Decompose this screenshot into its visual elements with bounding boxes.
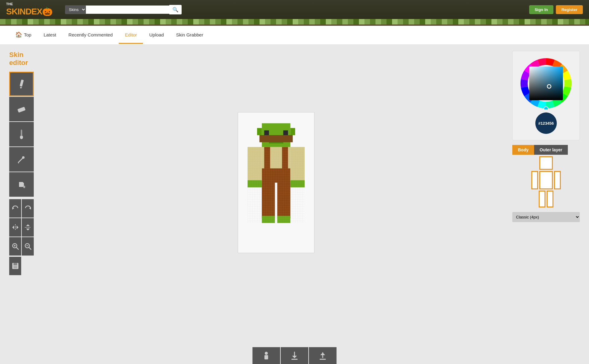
hex-value-label: #123456 [538, 121, 554, 126]
color-swatch[interactable]: #123456 [535, 112, 557, 134]
nav-item-latest[interactable]: Latest [37, 27, 62, 44]
signin-button[interactable]: Sign In [529, 5, 553, 14]
color-wheel-area[interactable] [520, 57, 572, 109]
nav-upload-label: Upload [149, 32, 164, 37]
zoom-in-icon [11, 242, 20, 251]
search-button[interactable]: 🔍 [169, 5, 182, 14]
save-icon [11, 262, 20, 270]
svg-rect-33 [291, 128, 295, 135]
svg-rect-26 [13, 263, 17, 265]
logo-skindex: SKINDEX [6, 7, 42, 16]
eraser-icon [16, 104, 27, 115]
svg-marker-1 [20, 87, 22, 89]
auth-area: Sign In Register [529, 5, 583, 14]
svg-rect-0 [20, 79, 24, 86]
undo-redo-row [9, 199, 40, 218]
eyedropper-icon [16, 154, 27, 165]
search-category-dropdown[interactable]: Skins [65, 5, 86, 14]
nav-item-upload[interactable]: Upload [143, 27, 170, 44]
zoom-out-icon [24, 242, 32, 251]
torso-part[interactable] [539, 171, 553, 189]
zoom-in-button[interactable] [9, 237, 21, 256]
save-row [9, 257, 40, 275]
skin-preview[interactable] [238, 112, 314, 253]
search-area: Skins 🔍 [65, 5, 182, 14]
skin-canvas-area [46, 51, 506, 314]
svg-rect-47 [248, 147, 305, 223]
fill-icon [16, 179, 27, 190]
nav-top-label: Top [24, 32, 31, 37]
nav-item-editor[interactable]: Editor [119, 27, 143, 44]
page-title: Skin editor [9, 51, 40, 67]
nav-recently-commented-label: Recently Commented [68, 32, 113, 37]
pencil-tool-button[interactable] [9, 72, 34, 96]
svg-marker-14 [17, 226, 18, 229]
svg-rect-27 [13, 266, 17, 268]
main-nav: 🏠 Top Latest Recently Commented Editor U… [0, 26, 589, 45]
brush-tool-button[interactable] [9, 122, 34, 146]
eyedropper-tool-button[interactable] [9, 147, 34, 172]
svg-rect-29 [264, 131, 269, 135]
mirror-vertical-button[interactable] [22, 218, 34, 237]
right-arm-part[interactable] [554, 171, 561, 189]
tool-sidebar: Skin editor [9, 51, 40, 314]
nav-skin-grabber-label: Skin Grabber [176, 32, 203, 37]
undo-button[interactable] [9, 199, 21, 218]
redo-button[interactable] [22, 199, 34, 218]
nav-item-skin-grabber[interactable]: Skin Grabber [170, 27, 209, 44]
svg-line-23 [29, 247, 31, 249]
body-tab[interactable]: Body [512, 145, 534, 155]
nav-item-recently-commented[interactable]: Recently Commented [62, 27, 119, 44]
skin-type-dropdown[interactable]: Classic (4px) [512, 212, 580, 222]
svg-line-19 [16, 247, 18, 249]
fill-tool-button[interactable] [9, 172, 34, 197]
layer-controls: Body Outer layer [512, 145, 580, 222]
color-wheel-svg [520, 57, 572, 109]
zoom-out-button[interactable] [22, 237, 34, 256]
nav-item-top[interactable]: 🏠 Top [9, 26, 37, 44]
body-diagram [512, 156, 580, 207]
search-icon: 🔍 [172, 7, 179, 12]
left-arm-part[interactable] [531, 171, 538, 189]
svg-rect-32 [257, 128, 262, 135]
color-picker-box: #123456 [512, 51, 580, 140]
page-title-area: Skin editor [9, 51, 40, 70]
right-panel: #123456 Body Outer layer [512, 51, 580, 314]
logo-area: THE SKINDEX🎃 [6, 2, 53, 17]
eraser-tool-button[interactable] [9, 97, 34, 121]
svg-marker-13 [12, 226, 14, 229]
svg-rect-30 [283, 131, 288, 135]
body-middle-row [531, 171, 561, 189]
outer-layer-tab[interactable]: Outer layer [534, 145, 568, 155]
minecraft-border [0, 19, 589, 25]
logo-pumpkin-icon: 🎃 [42, 7, 53, 16]
svg-rect-34 [260, 135, 293, 142]
mirror-h-icon [11, 223, 20, 232]
logo-container: THE SKINDEX🎃 [6, 2, 53, 17]
zoom-row [9, 237, 40, 256]
register-button[interactable]: Register [556, 5, 583, 14]
svg-point-7 [22, 156, 25, 159]
save-button[interactable] [9, 257, 21, 275]
main-content: Skin editor [0, 45, 589, 320]
search-input[interactable] [86, 6, 169, 14]
left-leg-part[interactable] [539, 191, 545, 207]
nav-editor-label: Editor [125, 32, 137, 37]
layer-tabs: Body Outer layer [512, 145, 580, 155]
body-legs-row [539, 191, 553, 207]
svg-rect-9 [23, 186, 25, 188]
header: THE SKINDEX🎃 Skins 🔍 Sign In Register [0, 0, 589, 26]
home-icon: 🏠 [15, 31, 22, 38]
mirror-horizontal-button[interactable] [9, 218, 21, 237]
pencil-icon [16, 78, 27, 89]
header-top: THE SKINDEX🎃 Skins 🔍 Sign In Register [0, 0, 589, 19]
mirror-v-icon [24, 223, 32, 232]
svg-rect-2 [17, 107, 26, 112]
redo-icon [24, 204, 32, 213]
undo-icon [11, 204, 20, 213]
svg-marker-17 [26, 229, 30, 230]
svg-point-55 [544, 107, 548, 109]
right-leg-part[interactable] [547, 191, 553, 207]
mirror-row [9, 218, 40, 237]
body-head-part[interactable] [539, 156, 553, 170]
